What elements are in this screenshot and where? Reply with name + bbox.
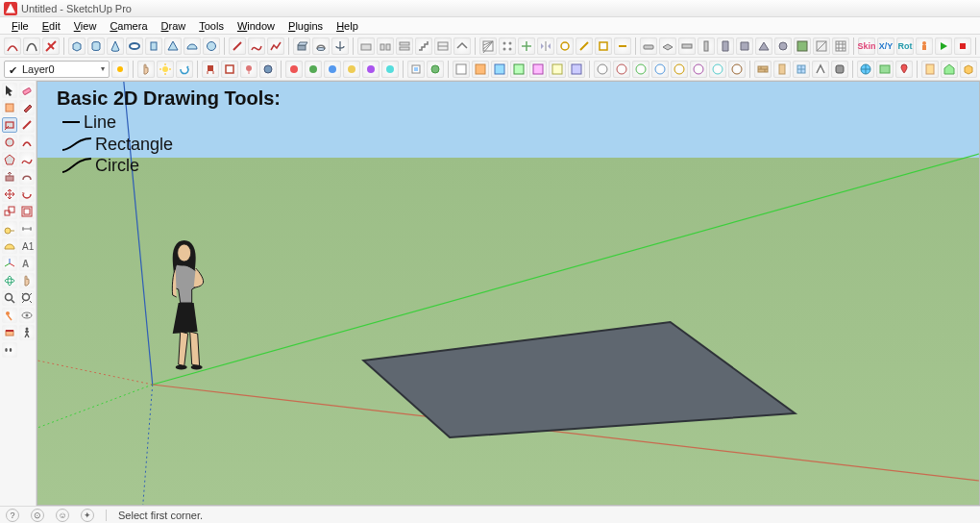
tool-comp-icon[interactable]: [357, 37, 375, 55]
select-tool-icon[interactable]: [2, 83, 17, 98]
tool-s4-icon[interactable]: [510, 61, 527, 78]
tool-hatch2-icon[interactable]: [813, 37, 830, 55]
viewport-3d[interactable]: Basic 2D Drawing Tools: Line Rectangle C…: [37, 81, 980, 506]
tool-polyline-icon[interactable]: [267, 37, 284, 55]
tool-person-icon[interactable]: [916, 37, 933, 55]
tape-tool-icon[interactable]: [2, 221, 17, 237]
tool-pin-icon[interactable]: [895, 61, 913, 78]
layer-dropdown[interactable]: ✔ Layer0 ▾: [4, 61, 110, 78]
help-icon[interactable]: ?: [6, 509, 19, 522]
tool-wall2-icon[interactable]: [754, 61, 772, 78]
tool-play-icon[interactable]: [935, 37, 952, 55]
pushpull-tool-icon[interactable]: [2, 169, 17, 185]
freehand-tool-icon[interactable]: [19, 152, 35, 167]
layer-settings-icon[interactable]: [111, 61, 129, 78]
tool-hatch-icon[interactable]: [479, 37, 497, 55]
circle-tool-icon[interactable]: [2, 135, 17, 150]
tool-hand-icon[interactable]: [137, 61, 155, 78]
tool-door-icon[interactable]: [773, 61, 791, 78]
tool-c2-icon[interactable]: [613, 61, 630, 78]
menu-camera[interactable]: Camera: [104, 19, 153, 33]
menu-edit[interactable]: Edit: [37, 19, 66, 33]
tool-sun2-icon[interactable]: [157, 61, 174, 78]
tool-cone-icon[interactable]: [107, 37, 124, 55]
menu-help[interactable]: Help: [331, 19, 364, 33]
tool-s7-icon[interactable]: [568, 61, 585, 78]
tool-xy-icon[interactable]: X/Y: [877, 37, 894, 55]
tool-tex-icon[interactable]: [794, 37, 811, 55]
tool-map-icon[interactable]: [876, 61, 894, 78]
tool-dome-icon[interactable]: [184, 37, 201, 55]
tool-g5-icon[interactable]: [362, 61, 380, 78]
offset-tool-icon[interactable]: [19, 204, 35, 219]
zoom-extents-tool-icon[interactable]: [19, 290, 35, 306]
tool-c4-icon[interactable]: [651, 61, 669, 78]
tool-loft-icon[interactable]: [312, 37, 330, 55]
tool-chair-icon[interactable]: [202, 61, 219, 78]
tool-sphere2-icon[interactable]: [259, 61, 277, 78]
tool-comp2-icon[interactable]: [377, 37, 394, 55]
tool-globe-icon[interactable]: [857, 61, 874, 78]
tool-s6-icon[interactable]: [549, 61, 566, 78]
pan-tool-icon[interactable]: [19, 273, 35, 288]
polygon-tool-icon[interactable]: [2, 152, 17, 167]
tool-wall-icon[interactable]: [434, 37, 452, 55]
tool-c1-icon[interactable]: [594, 61, 611, 78]
geo-icon[interactable]: ⊙: [31, 509, 44, 522]
walk-tool-icon[interactable]: [19, 325, 35, 340]
tool-g2-icon[interactable]: [305, 61, 322, 78]
tool-misc3-icon[interactable]: [595, 37, 612, 55]
tool-s1-icon[interactable]: [453, 61, 470, 78]
tool-tag-icon[interactable]: [941, 61, 958, 78]
menu-plugins[interactable]: Plugins: [282, 19, 329, 33]
scale-tool-icon[interactable]: [2, 204, 17, 219]
component-tool-icon[interactable]: [2, 100, 17, 115]
tool-bezier-icon[interactable]: [23, 37, 40, 55]
tool-stairs-icon[interactable]: [415, 37, 432, 55]
tool-col2-icon[interactable]: [717, 37, 734, 55]
3dtext-tool-icon[interactable]: A: [19, 256, 35, 271]
menu-tools[interactable]: Tools: [193, 19, 230, 33]
protractor-tool-icon[interactable]: [2, 238, 17, 254]
footprints-icon[interactable]: [2, 342, 17, 358]
tool-divide-icon[interactable]: [42, 37, 60, 55]
menu-draw[interactable]: Draw: [156, 19, 192, 33]
tool-c6-icon[interactable]: [690, 61, 707, 78]
tool-misc1-icon[interactable]: [556, 37, 574, 55]
tool-tube-icon[interactable]: [145, 37, 162, 55]
tool-freehand-icon[interactable]: [248, 37, 265, 55]
tool-window2-icon[interactable]: [793, 61, 810, 78]
tool-roof-icon[interactable]: [453, 37, 471, 55]
arc-tool-icon[interactable]: [19, 135, 35, 150]
tool-col1-icon[interactable]: [698, 37, 715, 55]
tool-box-icon[interactable]: [68, 37, 86, 55]
tool-cylinder-icon[interactable]: [87, 37, 105, 55]
tool-cube2-icon[interactable]: [960, 61, 977, 78]
orbit-tool-icon[interactable]: [2, 273, 17, 288]
tool-g1-icon[interactable]: [285, 61, 303, 78]
credit-icon[interactable]: ✦: [81, 509, 94, 522]
tool-balloon-icon[interactable]: [240, 61, 257, 78]
tool-col4-icon[interactable]: [755, 37, 772, 55]
position-camera-icon[interactable]: [2, 308, 17, 323]
tool-c5-icon[interactable]: [671, 61, 688, 78]
tool-misc-a-icon[interactable]: [812, 61, 829, 78]
tool-g3-icon[interactable]: [324, 61, 341, 78]
move-tool-icon[interactable]: [2, 187, 17, 202]
menu-window[interactable]: Window: [232, 19, 281, 33]
line-tool-icon[interactable]: [19, 117, 35, 133]
menu-file[interactable]: File: [6, 19, 35, 33]
rotate-tool-icon[interactable]: [19, 187, 35, 202]
tool-col5-icon[interactable]: [774, 37, 792, 55]
tool-car1-icon[interactable]: [640, 37, 657, 55]
tool-export-icon[interactable]: [407, 61, 425, 78]
tool-slab-icon[interactable]: [659, 37, 676, 55]
tool-refresh-icon[interactable]: [176, 61, 193, 78]
tool-revolve-icon[interactable]: [331, 37, 349, 55]
tool-misc-b-icon[interactable]: [831, 61, 848, 78]
tool-torus-icon[interactable]: [126, 37, 143, 55]
tool-pyramid-icon[interactable]: [164, 37, 182, 55]
tool-component-icon[interactable]: [221, 61, 238, 78]
axes-tool-icon[interactable]: [2, 256, 17, 271]
text-tool-icon[interactable]: A1: [19, 238, 35, 254]
